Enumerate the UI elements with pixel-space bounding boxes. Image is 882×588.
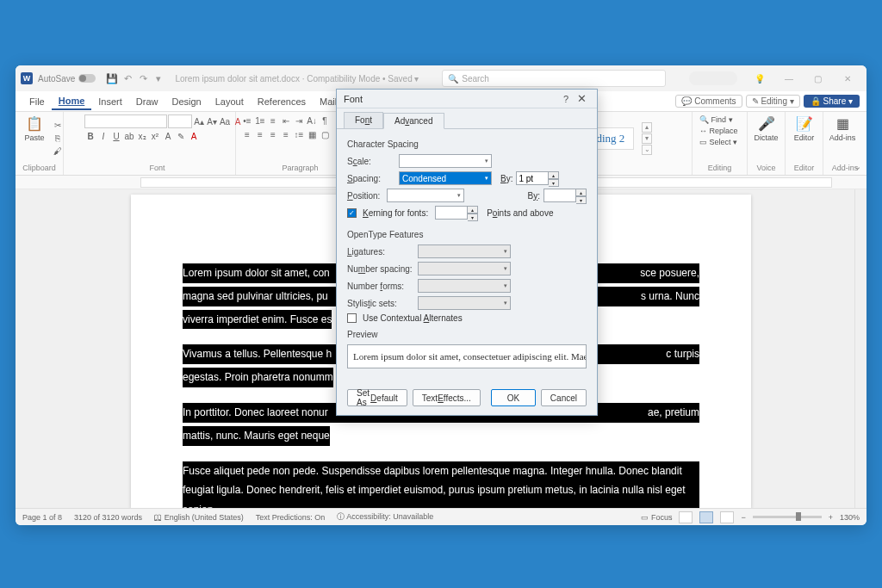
- status-predictions[interactable]: Text Predictions: On: [256, 513, 326, 522]
- tab-design[interactable]: Design: [165, 94, 208, 109]
- dialog-tab-advanced[interactable]: Advanced: [383, 113, 444, 129]
- shrink-font-icon[interactable]: A▾: [206, 115, 218, 127]
- multilevel-icon[interactable]: ≡: [267, 115, 279, 127]
- superscript-icon[interactable]: x²: [149, 130, 161, 142]
- line-spacing-icon[interactable]: ↕≡: [293, 128, 305, 140]
- cut-icon[interactable]: ✂: [52, 119, 64, 131]
- font-family-select[interactable]: [84, 115, 167, 128]
- tab-insert[interactable]: Insert: [91, 94, 129, 109]
- spacing-by-spinner[interactable]: ▴▾: [516, 171, 559, 185]
- borders-icon[interactable]: ▢: [319, 128, 331, 140]
- number-spacing-select[interactable]: ▾: [418, 262, 511, 275]
- align-right-icon[interactable]: ≡: [267, 128, 279, 140]
- spin-down-icon[interactable]: ▾: [468, 214, 478, 221]
- tab-file[interactable]: File: [22, 94, 52, 109]
- toggle-icon[interactable]: [78, 74, 96, 83]
- focus-mode-button[interactable]: ▭ Focus: [641, 513, 672, 522]
- align-left-icon[interactable]: ≡: [241, 128, 253, 140]
- zoom-value[interactable]: 130%: [840, 513, 860, 522]
- bold-icon[interactable]: B: [84, 130, 96, 142]
- change-case-icon[interactable]: Aa: [219, 115, 231, 127]
- save-icon[interactable]: 💾: [106, 72, 118, 84]
- kerning-input[interactable]: [435, 206, 468, 220]
- italic-icon[interactable]: I: [97, 130, 109, 142]
- underline-icon[interactable]: U: [110, 130, 122, 142]
- font-color-icon[interactable]: A: [188, 130, 200, 142]
- indent-left-icon[interactable]: ⇤: [280, 115, 292, 127]
- text-line[interactable]: viverra imperdiet enim. Fusce es: [183, 310, 332, 330]
- autosave-toggle[interactable]: AutoSave: [38, 74, 96, 84]
- comments-button[interactable]: 💬 Comments: [675, 95, 742, 108]
- editor-button[interactable]: 📝Editor: [791, 115, 817, 142]
- ligatures-select[interactable]: ▾: [418, 244, 511, 258]
- spin-down-icon[interactable]: ▾: [549, 179, 559, 187]
- justify-icon[interactable]: ≡: [280, 128, 292, 140]
- text-effects-button[interactable]: Text Effects...: [413, 389, 481, 406]
- close-button[interactable]: ✕: [834, 68, 861, 89]
- spacing-select[interactable]: Condensed▾: [399, 171, 492, 185]
- replace-button[interactable]: ↔ Replace: [698, 126, 740, 136]
- addins-button[interactable]: ▦Add-ins: [829, 115, 856, 142]
- text-effects-icon[interactable]: A: [162, 130, 174, 142]
- position-select[interactable]: ▾: [387, 189, 464, 202]
- pilcrow-icon[interactable]: ¶: [319, 115, 331, 127]
- tab-draw[interactable]: Draw: [129, 94, 165, 109]
- text-line[interactable]: Fusce aliquet pede non pede. Suspendisse…: [183, 461, 699, 508]
- cancel-button[interactable]: Cancel: [541, 389, 587, 406]
- view-read-icon[interactable]: [679, 511, 693, 523]
- text-line[interactable]: egestas. Proin pharetra nonumm: [183, 368, 333, 387]
- sort-icon[interactable]: A↓: [306, 115, 318, 127]
- search-input[interactable]: 🔍 Search: [442, 70, 666, 87]
- find-button[interactable]: 🔍 Find ▾: [698, 115, 740, 125]
- set-default-button[interactable]: Set As Default: [347, 389, 407, 406]
- format-painter-icon[interactable]: 🖌: [52, 145, 64, 157]
- zoom-slider[interactable]: [753, 516, 822, 518]
- collapse-ribbon-icon[interactable]: ⌄: [854, 161, 861, 172]
- status-page[interactable]: Page 1 of 8: [22, 513, 62, 522]
- number-forms-select[interactable]: ▾: [418, 279, 511, 293]
- spin-up-icon[interactable]: ▴: [576, 189, 587, 196]
- bulb-icon[interactable]: 💡: [746, 68, 773, 89]
- view-web-icon[interactable]: [720, 511, 734, 523]
- dictate-button[interactable]: 🎤Dictate: [753, 115, 780, 142]
- highlight-icon[interactable]: ✎: [175, 130, 187, 142]
- dialog-close-icon[interactable]: ✕: [574, 92, 590, 105]
- text-line[interactable]: mattis, nunc. Mauris eget neque: [183, 426, 330, 446]
- kerning-spinner[interactable]: ▴▾: [435, 206, 478, 220]
- strike-icon[interactable]: ab: [123, 130, 135, 142]
- indent-right-icon[interactable]: ⇥: [293, 115, 305, 127]
- undo-icon[interactable]: ↶: [121, 72, 134, 84]
- position-by-spinner[interactable]: ▴▾: [543, 189, 587, 202]
- zoom-out-icon[interactable]: −: [741, 513, 745, 522]
- editing-mode-button[interactable]: ✎ Editing ▾: [746, 95, 800, 108]
- kerning-checkbox[interactable]: ✓: [347, 208, 357, 218]
- vertical-scrollbar[interactable]: [854, 189, 866, 508]
- scale-select[interactable]: ▾: [399, 154, 492, 168]
- font-size-select[interactable]: [168, 115, 192, 128]
- stylistic-sets-select[interactable]: ▾: [418, 296, 511, 310]
- maximize-button[interactable]: ▢: [804, 68, 832, 89]
- account-pill[interactable]: [689, 71, 737, 85]
- numbering-icon[interactable]: 1≡: [254, 115, 266, 127]
- styles-scroll[interactable]: ▴▾⌄: [642, 122, 652, 155]
- share-button[interactable]: 🔒 Share ▾: [804, 95, 860, 108]
- status-lang[interactable]: 🕮 English (United States): [154, 513, 244, 522]
- view-print-icon[interactable]: [699, 511, 713, 523]
- redo-icon[interactable]: ↷: [137, 72, 149, 84]
- align-center-icon[interactable]: ≡: [254, 128, 266, 140]
- contextual-checkbox[interactable]: [347, 313, 357, 323]
- minimize-button[interactable]: —: [775, 68, 803, 89]
- status-accessibility[interactable]: ⓘ Accessibility: Unavailable: [337, 511, 433, 523]
- select-button[interactable]: ▭ Select ▾: [698, 137, 740, 147]
- tab-references[interactable]: References: [251, 94, 313, 109]
- copy-icon[interactable]: ⎘: [52, 132, 64, 144]
- tab-layout[interactable]: Layout: [208, 94, 251, 109]
- zoom-in-icon[interactable]: +: [829, 513, 833, 522]
- grow-font-icon[interactable]: A▴: [193, 115, 205, 127]
- subscript-icon[interactable]: x₂: [136, 130, 148, 142]
- bullets-icon[interactable]: •≡: [241, 115, 253, 127]
- dialog-tab-font[interactable]: Font: [344, 112, 383, 128]
- status-words[interactable]: 3120 of 3120 words: [74, 513, 142, 522]
- ok-button[interactable]: OK: [491, 389, 536, 406]
- qat-dropdown-icon[interactable]: ▾: [152, 72, 165, 84]
